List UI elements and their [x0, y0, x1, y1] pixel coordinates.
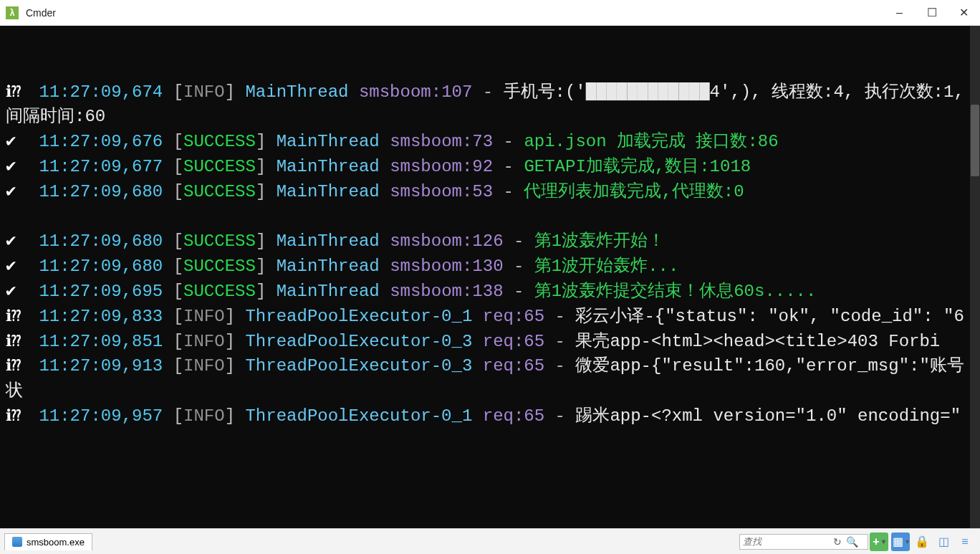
source: smsboom:130: [390, 257, 503, 276]
scroll-thumb[interactable]: [971, 105, 979, 176]
log-line: 11:27:09,695 [SUCCESS] MainThread smsboo…: [6, 280, 974, 305]
log-line: 11:27:09,913 [INFO] ThreadPoolExecutor-0…: [6, 354, 974, 404]
source: req:65: [483, 332, 544, 351]
check-icon: [6, 229, 29, 254]
log-level: INFO: [183, 406, 225, 426]
lock-button[interactable]: 🔒: [913, 532, 931, 551]
search-icon[interactable]: 🔍: [846, 536, 858, 548]
info-icon: [6, 404, 29, 429]
tab-icon: [12, 537, 22, 547]
menu-button[interactable]: ≡: [956, 532, 974, 551]
log-line: 11:27:09,833 [INFO] ThreadPoolExecutor-0…: [6, 305, 974, 330]
thread-name: MainThread: [277, 257, 380, 276]
thread-name: MainThread: [277, 132, 380, 151]
close-button[interactable]: ✕: [948, 2, 980, 24]
grid-button[interactable]: ▦▾: [891, 532, 910, 551]
log-level: SUCCESS: [183, 231, 256, 251]
log-message: 踢米app-<?xml version="1.0" encoding=": [575, 406, 961, 426]
terminal-output[interactable]: 11:27:09,674 [INFO] MainThread smsboom:1…: [0, 26, 980, 528]
statusbar: smsboom.exe ↻ 🔍 +▾ ▦▾ 🔒 ◫ ≡: [0, 528, 980, 554]
log-level: INFO: [183, 307, 225, 326]
log-line: 11:27:09,851 [INFO] ThreadPoolExecutor-0…: [6, 330, 974, 355]
log-message: api.json 加载完成 接口数:86: [524, 132, 778, 151]
log-line: 11:27:09,674 [INFO] MainThread smsboom:1…: [6, 80, 974, 130]
scrollbar[interactable]: [970, 26, 980, 528]
check-icon: [6, 280, 29, 305]
source: req:65: [483, 406, 544, 426]
timestamp: 11:27:09,676: [39, 132, 163, 151]
timestamp: 11:27:09,833: [39, 307, 163, 326]
search-box[interactable]: ↻ 🔍: [739, 534, 868, 550]
timestamp: 11:27:09,695: [39, 282, 163, 301]
log-message: 彩云小译-{"status": "ok", "code_id": "6: [575, 307, 964, 326]
thread-name: ThreadPoolExecutor-0_3: [245, 356, 472, 376]
window-title: Cmder: [26, 7, 56, 19]
thread-name: ThreadPoolExecutor-0_1: [245, 406, 472, 426]
timestamp: 11:27:09,680: [39, 231, 163, 251]
log-line: 11:27:09,680 [SUCCESS] MainThread smsboo…: [6, 254, 974, 280]
thread-name: MainThread: [277, 182, 380, 201]
search-input[interactable]: [743, 536, 829, 547]
timestamp: 11:27:09,680: [39, 257, 163, 276]
info-icon: [6, 305, 29, 330]
tab[interactable]: smsboom.exe: [4, 533, 92, 550]
timestamp: 11:27:09,680: [39, 182, 163, 201]
timestamp: 11:27:09,851: [39, 332, 163, 351]
timestamp: 11:27:09,674: [39, 82, 163, 102]
log-line: 11:27:09,677 [SUCCESS] MainThread smsboo…: [6, 155, 974, 180]
titlebar: λ Cmder – ☐ ✕: [0, 0, 980, 26]
source: smsboom:126: [390, 231, 503, 251]
log-level: SUCCESS: [183, 157, 256, 176]
blank-line: [6, 205, 974, 230]
minimize-button[interactable]: –: [883, 2, 916, 24]
thread-name: ThreadPoolExecutor-0_3: [245, 332, 472, 351]
log-line: 11:27:09,680 [SUCCESS] MainThread smsboo…: [6, 229, 974, 254]
info-icon: [6, 330, 29, 355]
log-line: 11:27:09,957 [INFO] ThreadPoolExecutor-0…: [6, 404, 974, 429]
source: req:65: [483, 356, 544, 376]
log-level: INFO: [183, 356, 225, 376]
log-level: SUCCESS: [183, 132, 256, 151]
thread-name: MainThread: [277, 282, 380, 301]
info-icon: [6, 80, 29, 105]
source: req:65: [483, 307, 544, 326]
source: smsboom:73: [390, 132, 493, 151]
thread-name: MainThread: [277, 231, 380, 251]
timestamp: 11:27:09,677: [39, 157, 163, 176]
log-message: 果壳app-<html><head><title>403 Forbi: [575, 332, 940, 351]
check-icon: [6, 155, 29, 180]
log-message: 第1波轰炸提交结束！休息60s.....: [534, 282, 817, 301]
source: smsboom:53: [390, 182, 493, 201]
timestamp: 11:27:09,913: [39, 356, 163, 376]
thread-name: ThreadPoolExecutor-0_1: [245, 307, 472, 326]
log-level: SUCCESS: [183, 282, 256, 301]
source: smsboom:92: [390, 157, 493, 176]
app-icon: λ: [6, 6, 19, 19]
check-icon: [6, 130, 29, 155]
log-message: 代理列表加载完成,代理数:0: [524, 182, 744, 201]
check-icon: [6, 254, 29, 280]
new-tab-button[interactable]: +▾: [870, 532, 888, 551]
log-level: SUCCESS: [183, 257, 256, 276]
log-level: SUCCESS: [183, 182, 256, 201]
log-line: 11:27:09,676 [SUCCESS] MainThread smsboo…: [6, 130, 974, 155]
info-icon: [6, 354, 29, 379]
log-level: INFO: [183, 332, 225, 351]
split-button[interactable]: ◫: [934, 532, 953, 551]
maximize-button[interactable]: ☐: [916, 2, 948, 24]
check-icon: [6, 180, 29, 205]
thread-name: MainThread: [245, 82, 348, 102]
log-line: 11:27:09,680 [SUCCESS] MainThread smsboo…: [6, 180, 974, 205]
window-controls: – ☐ ✕: [883, 2, 980, 24]
log-message: 第1波轰炸开始！: [534, 231, 665, 251]
tab-label: smsboom.exe: [27, 537, 85, 548]
source: smsboom:138: [390, 282, 503, 301]
log-message: GETAPI加载完成,数目:1018: [524, 157, 751, 176]
thread-name: MainThread: [277, 157, 380, 176]
source: smsboom:107: [359, 82, 472, 102]
log-message: 第1波开始轰炸...: [534, 257, 679, 276]
log-level: INFO: [183, 82, 225, 102]
history-icon[interactable]: ↻: [833, 536, 842, 548]
timestamp: 11:27:09,957: [39, 406, 163, 426]
